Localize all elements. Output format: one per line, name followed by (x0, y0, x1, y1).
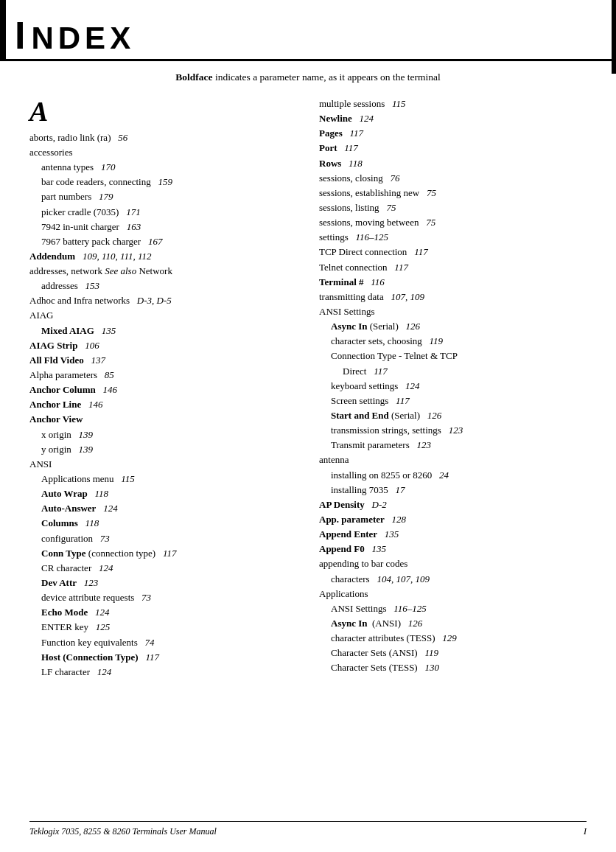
subtitle-rest: indicates a parameter name, as it appear… (213, 71, 441, 83)
entry-app-parameter: App. parameter 128 (319, 512, 587, 527)
entry-addresses: addresses, network See also Network addr… (29, 264, 297, 293)
entry-transmitting: transmitting data 107, 109 (319, 290, 587, 304)
content-area: A aborts, radio link (ra) 56 accessories… (0, 97, 616, 680)
entry-accessories: accessories antenna types 170 bar code r… (29, 145, 297, 249)
left-column: A aborts, radio link (ra) 56 accessories… (29, 97, 297, 680)
subtitle-bold: Boldface (175, 71, 212, 83)
page-header: INDEX (0, 0, 616, 61)
entry-terminal-hash: Terminal # 116 (319, 275, 587, 290)
entry-aborts: aborts, radio link (ra) 56 (29, 130, 297, 145)
entry-aiag-strip: AIAG Strip 106 (29, 338, 297, 353)
subtitle: Boldface indicates a parameter name, as … (29, 71, 587, 83)
entry-all-fld-video: All Fld Video 137 (29, 353, 297, 368)
entry-ansi: ANSI Applications menu 115 Auto Wrap 118… (29, 457, 297, 680)
page-footer: Teklogix 7035, 8255 & 8260 Terminals Use… (29, 821, 587, 837)
entry-anchor-view: Anchor View x origin 139 y origin 139 (29, 412, 297, 456)
entry-aiag: AIAG Mixed AIAG 135 (29, 308, 297, 338)
entry-pages: Pages 117 (319, 126, 587, 141)
entry-alpha-parameters: Alpha parameters 85 (29, 368, 297, 383)
entry-addendum: Addendum 109, 110, 111, 112 (29, 249, 297, 264)
entry-append-enter: Append Enter 135 (319, 527, 587, 542)
entry-antenna: antenna installing on 8255 or 8260 24 in… (319, 453, 587, 497)
entry-appending: appending to bar codes characters 104, 1… (319, 556, 587, 586)
section-letter-a: A (29, 97, 297, 128)
entry-sessions-listing: sessions, listing 75 (319, 200, 587, 215)
entry-ansi-settings: ANSI Settings Async In (Serial) 126 char… (319, 304, 587, 453)
right-column: multiple sessions 115 Newline 124 Pages … (319, 97, 587, 680)
entry-tcp-direct: TCP Direct connection 117 (319, 245, 587, 259)
footer-page-label: I (584, 826, 587, 837)
footer-manual-name: Teklogix 7035, 8255 & 8260 Terminals Use… (29, 826, 217, 837)
entry-ap-density: AP Density D-2 (319, 497, 587, 512)
entry-applications: Applications ANSI Settings 116–125 Async… (319, 587, 587, 676)
entry-sessions-moving: sessions, moving between 75 (319, 215, 587, 230)
entry-newline: Newline 124 (319, 111, 587, 126)
page-title: INDEX (15, 16, 135, 55)
right-bar (612, 0, 616, 74)
entry-multiple-sessions: multiple sessions 115 (319, 97, 587, 111)
entry-port: Port 117 (319, 141, 587, 156)
entry-settings: settings 116–125 (319, 230, 587, 245)
entry-sessions-closing: sessions, closing 76 (319, 171, 587, 186)
entry-append-f0: Append F0 135 (319, 542, 587, 556)
entry-anchor-line: Anchor Line 146 (29, 397, 297, 412)
entry-telnet: Telnet connection 117 (319, 260, 587, 275)
header-left-bar (0, 0, 6, 59)
entry-adhoc: Adhoc and Infra networks D-3, D-5 (29, 293, 297, 308)
entry-anchor-column: Anchor Column 146 (29, 383, 297, 397)
header-title-block: INDEX (15, 0, 616, 59)
entry-sessions-establishing: sessions, establishing new 75 (319, 186, 587, 200)
entry-rows: Rows 118 (319, 156, 587, 171)
